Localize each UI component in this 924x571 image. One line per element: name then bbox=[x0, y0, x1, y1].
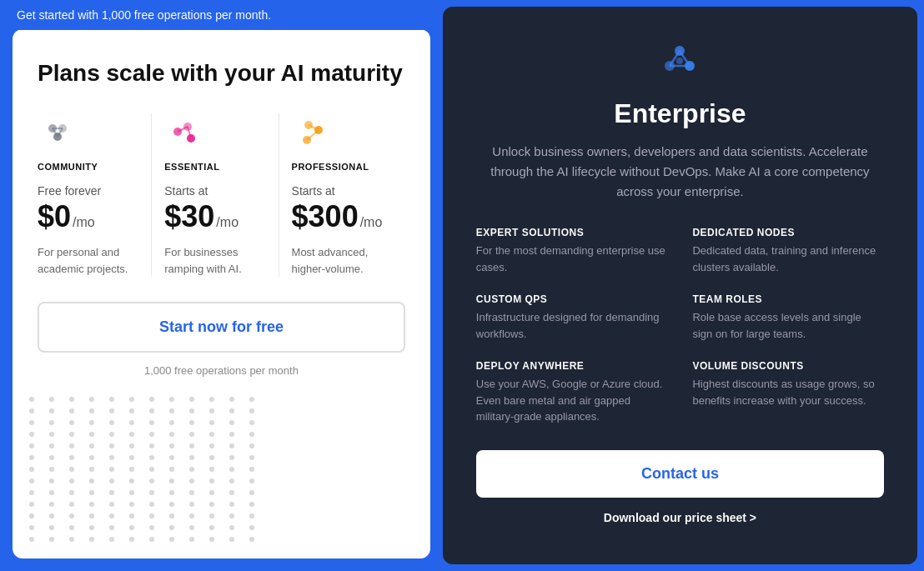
enterprise-logo-icon bbox=[476, 36, 884, 86]
essential-period: /mo bbox=[216, 215, 239, 230]
feature-dedicated-nodes: DEDICATED NODES Dedicated data, training… bbox=[692, 227, 884, 275]
plan-community: COMMUNITY Free forever $0 /mo For person… bbox=[38, 113, 151, 277]
divider-2 bbox=[279, 113, 279, 277]
feature-dedicated-nodes-title: DEDICATED NODES bbox=[692, 227, 884, 238]
essential-price: $30 bbox=[164, 199, 214, 234]
feature-deploy-anywhere-title: DEPLOY ANYWHERE bbox=[476, 360, 668, 372]
price-sheet-link[interactable]: Download our price sheet > bbox=[476, 511, 884, 524]
enterprise-title: Enterprise bbox=[476, 98, 884, 129]
svg-point-6 bbox=[173, 128, 182, 136]
feature-deploy-anywhere-desc: Use your AWS, Google or Azure cloud. Eve… bbox=[476, 376, 668, 425]
professional-icon bbox=[292, 113, 332, 153]
community-desc: For personal and academic projects. bbox=[38, 244, 138, 277]
free-ops-note: 1,000 free operations per month bbox=[38, 364, 405, 377]
feature-custom-qps-title: CUSTOM QPS bbox=[476, 293, 668, 305]
feature-team-roles-title: TEAM ROLES bbox=[692, 293, 884, 305]
feature-expert-solutions-desc: For the most demanding enterprise use ca… bbox=[476, 243, 668, 275]
essential-desc: For businesses ramping with AI. bbox=[164, 244, 265, 277]
contact-us-button[interactable]: Contact us bbox=[476, 450, 884, 498]
professional-price-label: Starts at bbox=[292, 184, 393, 198]
dot-pattern: // Generate dots inline document.addEven… bbox=[29, 397, 263, 542]
professional-desc: Most advanced, higher-volume. bbox=[292, 244, 393, 277]
banner-text: Get started with 1,000 free operations p… bbox=[17, 8, 271, 22]
divider-1 bbox=[151, 113, 152, 277]
feature-volume-discounts-title: VOLUME DISCOUNTS bbox=[692, 360, 884, 372]
svg-point-19 bbox=[676, 58, 683, 64]
left-panel: Get started with 1,000 free operations p… bbox=[0, 0, 443, 571]
feature-team-roles: TEAM ROLES Role base access levels and s… bbox=[692, 293, 884, 342]
professional-name: PROFESSIONAL bbox=[292, 162, 393, 172]
essential-price-label: Starts at bbox=[164, 184, 265, 198]
community-icon bbox=[38, 113, 78, 153]
svg-line-15 bbox=[307, 130, 319, 140]
feature-volume-discounts-desc: Highest discounts as usage grows, so ben… bbox=[692, 376, 884, 408]
left-card: Plans scale with your AI maturity bbox=[13, 29, 430, 558]
feature-custom-qps-desc: Infrastructure designed for demanding wo… bbox=[476, 309, 668, 342]
feature-custom-qps: CUSTOM QPS Infrastructure designed for d… bbox=[476, 293, 668, 342]
professional-price-row: $300 /mo bbox=[292, 199, 393, 234]
feature-expert-solutions-title: EXPERT SOLUTIONS bbox=[476, 227, 668, 238]
essential-name: ESSENTIAL bbox=[164, 162, 265, 172]
enterprise-panel: Enterprise Unlock business owners, devel… bbox=[443, 7, 917, 564]
professional-price: $300 bbox=[292, 199, 359, 234]
community-price: $0 bbox=[38, 199, 71, 234]
community-price-row: $0 /mo bbox=[38, 199, 138, 234]
feature-deploy-anywhere: DEPLOY ANYWHERE Use your AWS, Google or … bbox=[476, 360, 668, 425]
community-name: COMMUNITY bbox=[38, 162, 138, 172]
plans-grid: COMMUNITY Free forever $0 /mo For person… bbox=[38, 113, 405, 277]
features-grid: EXPERT SOLUTIONS For the most demanding … bbox=[476, 227, 884, 425]
plans-title: Plans scale with your AI maturity bbox=[38, 58, 405, 88]
plan-professional: PROFESSIONAL Starts at $300 /mo Most adv… bbox=[292, 113, 405, 277]
enterprise-desc: Unlock business owners, developers and d… bbox=[476, 142, 884, 202]
start-now-button[interactable]: Start now for free bbox=[38, 302, 405, 353]
top-banner: Get started with 1,000 free operations p… bbox=[0, 0, 443, 30]
essential-price-row: $30 /mo bbox=[164, 199, 265, 234]
professional-period: /mo bbox=[360, 215, 383, 230]
community-price-label: Free forever bbox=[38, 184, 138, 198]
plan-essential: ESSENTIAL Starts at $30 /mo For business… bbox=[164, 113, 278, 277]
feature-volume-discounts: VOLUME DISCOUNTS Highest discounts as us… bbox=[692, 360, 884, 425]
community-period: /mo bbox=[73, 215, 95, 230]
essential-icon bbox=[164, 113, 204, 153]
feature-team-roles-desc: Role base access levels and single sign … bbox=[692, 309, 884, 342]
feature-expert-solutions: EXPERT SOLUTIONS For the most demanding … bbox=[476, 227, 668, 275]
feature-dedicated-nodes-desc: Dedicated data, training and inference c… bbox=[692, 243, 884, 275]
